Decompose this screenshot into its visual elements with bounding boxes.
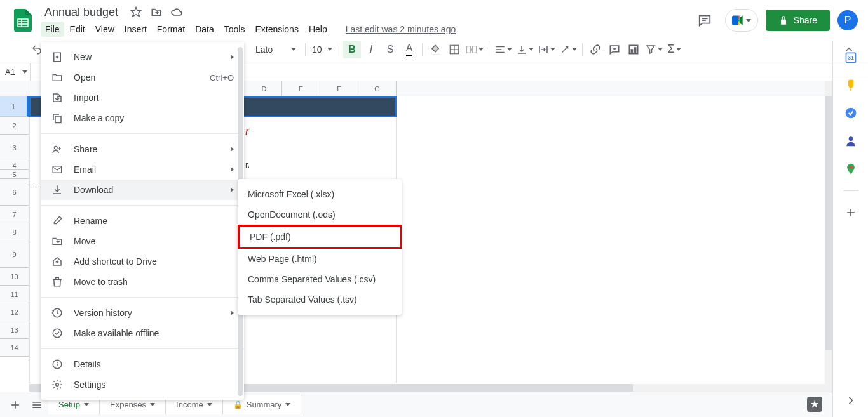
col-header-g[interactable]: G	[358, 81, 397, 96]
chevron-down-icon	[507, 48, 512, 51]
svg-point-47	[57, 362, 58, 363]
menu-format[interactable]: Format	[153, 22, 189, 37]
row-header[interactable]: 9	[0, 241, 29, 268]
details-icon	[51, 358, 64, 371]
header: Annual budget File Edit View Insert Form…	[0, 0, 868, 36]
functions-button[interactable]: Σ	[665, 41, 683, 58]
maps-icon[interactable]	[844, 162, 857, 175]
fill-color-button[interactable]	[426, 41, 444, 58]
chevron-down-icon	[478, 48, 484, 51]
text-rotation-button[interactable]	[558, 41, 578, 58]
move-folder-icon[interactable]	[150, 6, 163, 18]
copy-icon	[51, 112, 64, 124]
strikethrough-button[interactable]: S	[381, 41, 399, 58]
contacts-icon[interactable]	[844, 135, 857, 147]
row-header[interactable]: 3	[0, 135, 29, 161]
file-menu-settings[interactable]: Settings	[41, 374, 244, 395]
insert-link-button[interactable]	[587, 41, 604, 58]
file-menu-shortcut[interactable]: Add shortcut to Drive	[41, 251, 244, 272]
cloud-status-icon[interactable]	[170, 6, 183, 18]
row-header[interactable]: 12	[0, 303, 29, 321]
file-menu-share[interactable]: Share	[41, 139, 244, 159]
row-header[interactable]: 13	[0, 321, 29, 339]
bold-button[interactable]: B	[343, 41, 361, 58]
italic-button[interactable]: I	[362, 41, 380, 58]
file-menu-history[interactable]: Version history	[41, 303, 244, 323]
row-header[interactable]: 8	[0, 223, 29, 241]
col-header-e[interactable]: E	[282, 81, 320, 96]
sheets-logo[interactable]	[10, 8, 36, 33]
vertical-align-button[interactable]	[515, 41, 535, 58]
open-icon	[51, 71, 64, 84]
row-header[interactable]: 5	[0, 170, 29, 179]
row-header[interactable]: 11	[0, 286, 29, 303]
file-menu-details[interactable]: Details	[41, 354, 244, 374]
select-all-corner[interactable]	[0, 81, 29, 96]
menu-tools[interactable]: Tools	[220, 22, 250, 37]
row-header[interactable]: 6	[0, 179, 29, 206]
file-menu-email[interactable]: Email	[41, 159, 244, 180]
col-header-f[interactable]: F	[320, 81, 358, 96]
file-menu-import[interactable]: Import	[41, 88, 244, 108]
calendar-icon[interactable]: 31	[844, 51, 857, 63]
insert-chart-button[interactable]	[625, 41, 642, 58]
borders-button[interactable]	[445, 41, 463, 58]
file-menu-new[interactable]: New	[41, 47, 244, 67]
merge-cells-button[interactable]	[465, 41, 485, 58]
file-menu-copy[interactable]: Make a copy	[41, 108, 244, 128]
star-icon[interactable]	[130, 6, 142, 18]
col-header-d[interactable]: D	[247, 81, 282, 96]
explore-button[interactable]	[807, 397, 822, 412]
file-menu-offline[interactable]: Make available offline	[41, 323, 244, 343]
download-option[interactable]: Tab Separated Values (.tsv)	[238, 289, 402, 310]
menu-edit[interactable]: Edit	[65, 22, 90, 37]
text-color-button[interactable]: A	[400, 41, 418, 58]
row-header[interactable]: 4	[0, 161, 29, 170]
font-size-select[interactable]: 10	[309, 44, 335, 55]
download-option[interactable]: Web Page (.html)	[238, 249, 402, 269]
file-menu-download[interactable]: Download	[41, 180, 244, 200]
doc-title[interactable]: Annual budget	[41, 4, 122, 20]
trash-icon	[51, 275, 64, 288]
menu-extensions[interactable]: Extensions	[250, 22, 302, 37]
row-header[interactable]: 7	[0, 206, 29, 223]
font-family-select[interactable]: Lato	[250, 42, 301, 57]
download-option[interactable]: Microsoft Excel (.xlsx)	[238, 184, 402, 204]
account-avatar[interactable]: P	[837, 10, 858, 30]
menu-view[interactable]: View	[91, 22, 119, 37]
add-addon-icon[interactable]	[844, 206, 857, 219]
text-wrap-button[interactable]	[536, 41, 557, 58]
vertical-scrollbar[interactable]	[825, 81, 832, 392]
horizontal-align-button[interactable]	[493, 41, 513, 58]
file-menu-move[interactable]: Move	[41, 231, 244, 251]
file-menu-rename[interactable]: Rename	[41, 211, 244, 231]
download-option[interactable]: PDF (.pdf)	[238, 225, 402, 249]
row-header[interactable]: 1	[0, 96, 29, 117]
download-option[interactable]: OpenDocument (.ods)	[238, 204, 402, 225]
tasks-icon[interactable]	[844, 107, 857, 119]
import-icon	[51, 91, 64, 104]
menu-file[interactable]: File	[41, 22, 64, 37]
chevron-down-icon	[327, 48, 332, 51]
add-sheet-button[interactable]	[4, 394, 27, 416]
menu-data[interactable]: Data	[191, 22, 219, 37]
name-box[interactable]: A1	[0, 63, 31, 81]
share-button[interactable]: Share	[766, 10, 830, 31]
side-panel-collapse[interactable]	[844, 394, 857, 407]
menu-insert[interactable]: Insert	[120, 22, 151, 37]
last-edit-link[interactable]: Last edit was 2 minutes ago	[346, 24, 456, 34]
row-header[interactable]: 10	[0, 268, 29, 286]
row-header[interactable]: 2	[0, 117, 29, 135]
download-option[interactable]: Comma Separated Values (.csv)	[238, 269, 402, 289]
insert-comment-button[interactable]	[606, 41, 623, 58]
filter-button[interactable]	[644, 41, 664, 58]
row-header[interactable]: 14	[0, 339, 29, 357]
file-menu-open[interactable]: OpenCtrl+O	[41, 67, 244, 88]
keep-icon[interactable]	[844, 79, 857, 91]
svg-point-48	[56, 383, 59, 387]
file-menu-trash[interactable]: Move to trash	[41, 272, 244, 292]
svg-rect-31	[850, 89, 851, 91]
comment-history-icon[interactable]	[692, 8, 717, 33]
meet-button[interactable]	[725, 9, 758, 32]
menu-help[interactable]: Help	[304, 22, 332, 37]
